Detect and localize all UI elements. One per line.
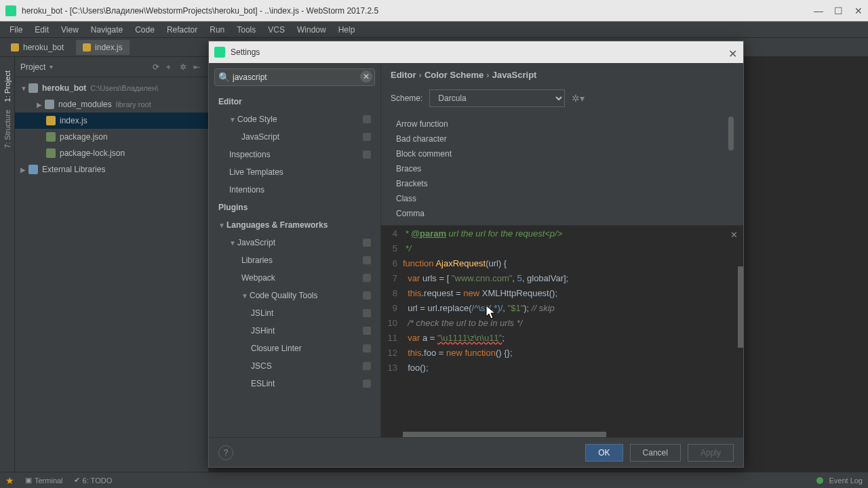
terminal-button[interactable]: ▣ Terminal bbox=[25, 476, 63, 485]
tab-project[interactable]: heroku_bot bbox=[4, 40, 71, 55]
tree-code-style[interactable]: ▼Code Style bbox=[209, 110, 380, 128]
close-preview-icon[interactable]: ✕ bbox=[730, 230, 738, 240]
tree-index[interactable]: index.js bbox=[15, 113, 208, 129]
tree-plugins[interactable]: Plugins bbox=[209, 199, 380, 216]
attr-item[interactable]: Brackets bbox=[391, 176, 734, 191]
project-panel: Project ▾ ⟳ ⌖ ✲ ⇤ ▼heroku_botC:\Users\Вл… bbox=[15, 57, 209, 472]
attr-item[interactable]: Braces bbox=[391, 161, 734, 176]
cancel-button[interactable]: Cancel bbox=[630, 444, 681, 462]
menu-vcs[interactable]: VCS bbox=[262, 24, 290, 36]
tool-window-strip: 1: Project 7: Structure bbox=[0, 57, 15, 472]
ok-button[interactable]: OK bbox=[585, 444, 623, 462]
app-icon bbox=[5, 5, 16, 16]
tree-libraries[interactable]: Libraries bbox=[209, 251, 380, 269]
apply-button[interactable]: Apply bbox=[688, 444, 734, 462]
library-icon bbox=[28, 165, 38, 174]
scope-icon bbox=[363, 309, 371, 317]
menu-help[interactable]: Help bbox=[333, 24, 361, 36]
minimize-button[interactable]: — bbox=[814, 7, 822, 15]
collapse-icon[interactable]: ⟳ bbox=[153, 62, 162, 72]
menu-edit[interactable]: Edit bbox=[29, 24, 54, 36]
scope-icon bbox=[363, 256, 371, 264]
tree-package[interactable]: package.json bbox=[15, 129, 208, 145]
h-scrollbar[interactable] bbox=[403, 432, 606, 437]
tree-javascript[interactable]: ▼JavaScript bbox=[209, 234, 380, 251]
json-file-icon bbox=[46, 148, 56, 158]
tree-code-quality[interactable]: ▼Code Quality Tools bbox=[209, 287, 380, 304]
gear-icon[interactable]: ✲▾ bbox=[572, 93, 583, 104]
attr-item[interactable]: Arrow function bbox=[391, 117, 734, 131]
tree-eslint[interactable]: ESLint bbox=[209, 375, 380, 392]
settings-titlebar[interactable]: Settings ✕ bbox=[209, 41, 743, 63]
scheme-select[interactable]: Darcula bbox=[429, 89, 565, 107]
window-titlebar: heroku_bot - [C:\Users\Владилен\Webstorm… bbox=[0, 0, 868, 22]
menu-window[interactable]: Window bbox=[292, 24, 332, 36]
tool-project[interactable]: 1: Project bbox=[3, 70, 12, 102]
json-file-icon bbox=[46, 132, 56, 142]
todo-button[interactable]: ✔ 6: TODO bbox=[74, 476, 113, 485]
tree-live-templates[interactable]: Live Templates bbox=[209, 163, 380, 181]
scope-icon bbox=[363, 327, 371, 335]
target-icon[interactable]: ⌖ bbox=[166, 62, 176, 72]
bottom-toolbar: ★ ▣ Terminal ✔ 6: TODO Event Log bbox=[0, 472, 868, 488]
menu-file[interactable]: File bbox=[4, 24, 28, 36]
tree-jshint[interactable]: JSHint bbox=[209, 322, 380, 340]
menu-tools[interactable]: Tools bbox=[231, 24, 261, 36]
attr-item[interactable]: Block comment bbox=[391, 146, 734, 161]
menubar: File Edit View Navigate Code Refactor Ru… bbox=[0, 22, 868, 38]
code-preview: ✕ 4 * @param url the url for the request… bbox=[381, 225, 743, 437]
menu-code[interactable]: Code bbox=[130, 24, 160, 36]
tree-closure[interactable]: Closure Linter bbox=[209, 340, 380, 357]
scope-icon bbox=[363, 274, 371, 282]
ws-icon bbox=[214, 47, 225, 58]
attr-item[interactable]: Class bbox=[391, 191, 734, 206]
close-icon[interactable]: ✕ bbox=[728, 47, 738, 57]
v-scrollbar[interactable] bbox=[738, 266, 743, 348]
settings-content: Editor›Color Scheme›JavaScript Scheme: D… bbox=[381, 63, 743, 437]
settings-dialog: Settings ✕ 🔍 ✕ Editor ▼Code Style JavaSc… bbox=[208, 41, 744, 468]
tree-lang-fw[interactable]: ▼Languages & Frameworks bbox=[209, 216, 380, 234]
attr-item[interactable]: Comma bbox=[391, 206, 734, 221]
tab-file[interactable]: index.js bbox=[76, 40, 130, 55]
event-log-button[interactable]: Event Log bbox=[816, 476, 863, 485]
attribute-list[interactable]: Arrow function Bad character Block comme… bbox=[391, 117, 734, 225]
attr-item[interactable]: Bad character bbox=[391, 131, 734, 146]
project-panel-label: Project bbox=[20, 62, 45, 72]
tree-ext-libs[interactable]: ▶External Libraries bbox=[15, 161, 208, 178]
tree-package-lock[interactable]: package-lock.json bbox=[15, 145, 208, 161]
scope-icon bbox=[363, 133, 371, 141]
maximize-button[interactable]: ☐ bbox=[834, 7, 842, 15]
tree-root[interactable]: ▼heroku_botC:\Users\Владилен\ bbox=[15, 80, 208, 96]
tree-jslint[interactable]: JSLint bbox=[209, 304, 380, 322]
settings-search: 🔍 ✕ bbox=[214, 68, 375, 86]
close-window-button[interactable]: ✕ bbox=[854, 7, 863, 15]
menu-refactor[interactable]: Refactor bbox=[161, 24, 203, 36]
settings-footer: ? OK Cancel Apply bbox=[209, 437, 743, 467]
tab-project-label: heroku_bot bbox=[23, 43, 64, 52]
search-input[interactable] bbox=[214, 68, 375, 86]
tree-jscs[interactable]: JSCS bbox=[209, 357, 380, 375]
tree-webpack[interactable]: Webpack bbox=[209, 269, 380, 287]
settings-tree-panel: 🔍 ✕ Editor ▼Code Style JavaScript Inspec… bbox=[209, 63, 381, 437]
gear-icon[interactable]: ✲ bbox=[180, 62, 189, 72]
scope-icon bbox=[363, 380, 371, 388]
tree-intentions[interactable]: Intentions bbox=[209, 181, 380, 199]
tree-editor[interactable]: Editor bbox=[209, 93, 380, 110]
hide-icon[interactable]: ⇤ bbox=[193, 62, 203, 72]
clear-search-icon[interactable]: ✕ bbox=[360, 70, 372, 83]
tree-node-modules[interactable]: ▶node_moduleslibrary root bbox=[15, 96, 208, 113]
breadcrumb: Editor›Color Scheme›JavaScript bbox=[381, 63, 743, 87]
tool-structure[interactable]: 7: Structure bbox=[3, 110, 12, 148]
scheme-label: Scheme: bbox=[391, 94, 422, 103]
menu-navigate[interactable]: Navigate bbox=[85, 24, 128, 36]
tree-javascript-codestyle[interactable]: JavaScript bbox=[209, 128, 380, 146]
project-tree: ▼heroku_botC:\Users\Владилен\ ▶node_modu… bbox=[15, 77, 208, 180]
scrollbar[interactable] bbox=[728, 117, 734, 150]
help-button[interactable]: ? bbox=[218, 445, 233, 460]
menu-view[interactable]: View bbox=[56, 24, 84, 36]
scope-icon bbox=[363, 291, 371, 300]
scope-icon bbox=[363, 362, 371, 370]
tree-inspections[interactable]: Inspections bbox=[209, 146, 380, 163]
window-title: heroku_bot - [C:\Users\Владилен\Webstorm… bbox=[22, 6, 814, 16]
menu-run[interactable]: Run bbox=[204, 24, 230, 36]
